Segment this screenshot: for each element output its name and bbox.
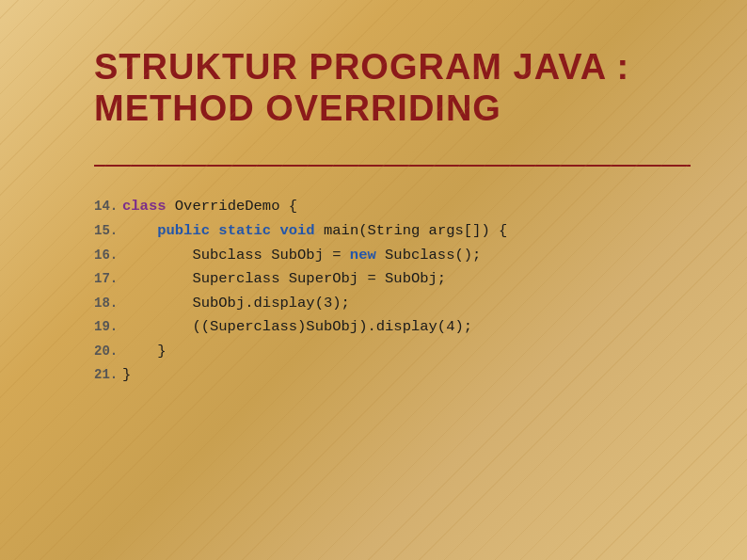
slide-title: STRUKTUR PROGRAM JAVA : METHOD OVERRIDIN… (94, 47, 691, 129)
title-line1: STRUKTUR PROGRAM JAVA : (94, 47, 629, 87)
code-text-17: Superclass SuperObj = SubObj; (122, 267, 446, 292)
line-number-15: 15. (94, 220, 122, 242)
code-line-21: 21. } (94, 363, 691, 388)
code-line-18: 18. SubObj.display(3); (94, 292, 691, 316)
line-number-20: 20. (94, 341, 122, 362)
title-line2: METHOD OVERRIDING (94, 88, 691, 130)
code-line-19: 19. ((Superclass)SubObj).display(4); (94, 315, 691, 340)
line-number-16: 16. (94, 245, 122, 266)
code-text-20: } (122, 340, 167, 364)
title-section: STRUKTUR PROGRAM JAVA : METHOD OVERRIDIN… (94, 47, 691, 129)
code-text-19: ((Superclass)SubObj).display(4); (122, 315, 472, 340)
title-divider (94, 165, 691, 167)
line-number-18: 18. (94, 293, 122, 314)
slide: STRUKTUR PROGRAM JAVA : METHOD OVERRIDIN… (0, 0, 747, 560)
code-text-15: public static void main(String args[]) { (122, 219, 507, 244)
code-line-15: 15. public static void main(String args[… (94, 219, 691, 244)
code-line-14: 14. class OverrideDemo { (94, 195, 691, 219)
line-number-17: 17. (94, 268, 122, 290)
code-line-16: 16. Subclass SubObj = new Subclass(); (94, 244, 691, 268)
line-number-21: 21. (94, 364, 122, 386)
code-text-18: SubObj.display(3); (122, 292, 350, 316)
code-text-14: class OverrideDemo { (122, 195, 297, 219)
code-text-21: } (122, 363, 131, 388)
code-block: 14. class OverrideDemo { 15. public stat… (94, 195, 691, 388)
code-text-16: Subclass SubObj = new Subclass(); (122, 244, 481, 268)
code-line-17: 17. Superclass SuperObj = SubObj; (94, 267, 691, 292)
code-line-20: 20. } (94, 340, 691, 364)
line-number-14: 14. (94, 196, 122, 217)
line-number-19: 19. (94, 316, 122, 338)
